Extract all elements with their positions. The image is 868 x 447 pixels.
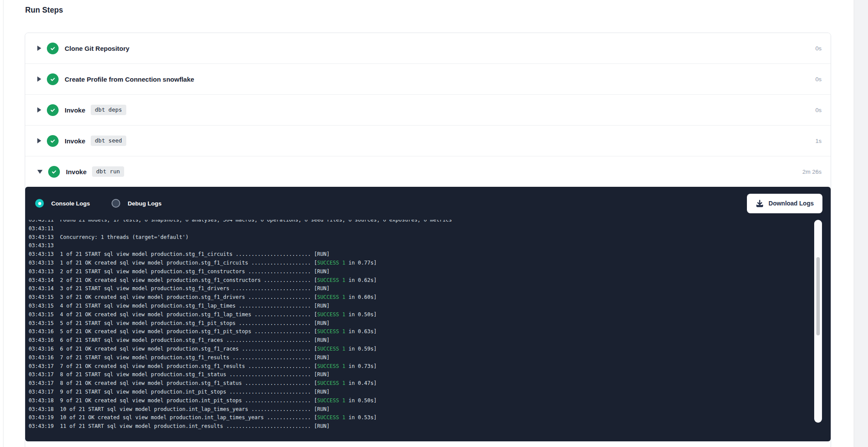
log-success-text: SUCCESS 1 xyxy=(317,397,345,404)
success-check-icon xyxy=(48,166,60,178)
log-success-text: SUCCESS 1 xyxy=(317,328,345,334)
step-duration: 2m 26s xyxy=(802,169,822,175)
success-check-icon xyxy=(47,135,59,147)
success-check-icon xyxy=(47,43,59,54)
log-line: 03:43:19 11 of 21 START sql view model p… xyxy=(29,422,815,431)
log-line: 03:43:16 7 of 21 START sql view model pr… xyxy=(29,354,815,362)
step-code-badge: dbt deps xyxy=(91,105,127,115)
step-row[interactable]: Invokedbt run2m 26s xyxy=(25,156,831,187)
log-success-text: SUCCESS 1 xyxy=(317,346,345,352)
log-line: 03:43:13 1 of 21 START sql view model pr… xyxy=(29,250,815,259)
log-content: 03:43:11 Found 21 models, 17 tests, 0 sn… xyxy=(29,220,815,431)
log-line: 03:43:17 9 of 21 START sql view model pr… xyxy=(29,388,815,397)
log-scrollbar-track[interactable] xyxy=(814,220,822,423)
log-line: 03:43:15 3 of 21 OK created sql view mod… xyxy=(29,293,815,302)
chevron-right-icon[interactable] xyxy=(37,138,41,143)
log-line: 03:43:13 1 of 21 OK created sql view mod… xyxy=(29,259,815,268)
chevron-right-icon[interactable] xyxy=(37,107,41,113)
log-viewport[interactable]: 03:43:11 Found 21 models, 17 tests, 0 sn… xyxy=(25,220,815,441)
log-line: 03:43:18 10 of 21 START sql view model p… xyxy=(29,405,815,414)
success-check-icon xyxy=(47,104,59,116)
step-row[interactable]: Invokedbt seed1s xyxy=(25,126,831,156)
debug-logs-radio[interactable]: Debug Logs xyxy=(112,199,161,208)
steps-container: Clone Git Repository0sCreate Profile fro… xyxy=(25,33,831,187)
log-line: 03:43:13 xyxy=(29,242,815,250)
chevron-right-icon[interactable] xyxy=(37,46,41,51)
run-steps-card: Clone Git Repository0sCreate Profile fro… xyxy=(25,33,831,447)
log-line: 03:43:16 6 of 21 START sql view model pr… xyxy=(29,336,815,345)
log-line: 03:43:18 9 of 21 OK created sql view mod… xyxy=(29,397,815,405)
console-logs-radio[interactable]: Console Logs xyxy=(35,199,90,208)
log-line: 03:43:13 Concurrency: 1 threads (target=… xyxy=(29,233,815,242)
step-label: Create Profile from Connection snowflake xyxy=(65,76,194,83)
step-row[interactable]: Create Profile from Connection snowflake… xyxy=(25,64,831,95)
step-code-badge: dbt run xyxy=(92,166,125,177)
log-success-text: SUCCESS 1 xyxy=(317,380,345,386)
step-label: Invoke xyxy=(65,106,85,114)
console-logs-label: Console Logs xyxy=(51,200,90,207)
log-line: 03:43:16 5 of 21 OK created sql view mod… xyxy=(29,328,815,336)
log-success-text: SUCCESS 1 xyxy=(317,363,345,369)
log-line: 03:43:16 6 of 21 OK created sql view mod… xyxy=(29,345,815,354)
run-steps-page: Run Steps Clone Git Repository0sCreate P… xyxy=(0,0,868,447)
step-label: Clone Git Repository xyxy=(65,45,129,52)
log-line: 03:43:11 xyxy=(29,225,815,233)
chevron-right-icon[interactable] xyxy=(37,76,41,82)
download-logs-button[interactable]: Download Logs xyxy=(747,194,822,213)
chevron-down-icon[interactable] xyxy=(37,170,43,174)
step-duration: 1s xyxy=(815,138,822,144)
debug-logs-label: Debug Logs xyxy=(128,200,161,207)
log-line: 03:43:17 8 of 21 OK created sql view mod… xyxy=(29,379,815,388)
page-title: Run Steps xyxy=(25,6,63,15)
console-panel: Console Logs Debug Logs Download Logs xyxy=(25,187,831,441)
log-line: 03:43:13 2 of 21 START sql view model pr… xyxy=(29,268,815,276)
log-line: 03:43:14 2 of 21 OK created sql view mod… xyxy=(29,276,815,285)
log-line: 03:43:15 4 of 21 OK created sql view mod… xyxy=(29,311,815,319)
step-duration: 0s xyxy=(815,76,822,83)
step-duration: 0s xyxy=(815,107,822,113)
console-header: Console Logs Debug Logs Download Logs xyxy=(25,187,831,211)
step-row[interactable]: Invokedbt deps0s xyxy=(25,95,831,126)
log-line: 03:43:17 8 of 21 START sql view model pr… xyxy=(29,371,815,379)
step-label: Invoke xyxy=(66,168,87,175)
log-type-radio-group: Console Logs Debug Logs xyxy=(35,199,161,208)
log-success-text: SUCCESS 1 xyxy=(317,277,345,283)
log-success-text: SUCCESS 1 xyxy=(317,260,345,266)
log-line: 03:43:19 10 of 21 OK created sql view mo… xyxy=(29,414,815,422)
log-line: 03:43:15 4 of 21 START sql view model pr… xyxy=(29,302,815,311)
log-line: 03:43:17 7 of 21 OK created sql view mod… xyxy=(29,362,815,371)
step-code-badge: dbt seed xyxy=(91,136,127,146)
page-right-gutter xyxy=(854,0,868,447)
log-line: 03:43:15 5 of 21 START sql view model pr… xyxy=(29,319,815,328)
step-label: Invoke xyxy=(65,137,85,145)
log-scrollbar-thumb[interactable] xyxy=(816,257,820,335)
success-check-icon xyxy=(47,73,59,85)
log-success-text: SUCCESS 1 xyxy=(317,414,345,421)
step-duration: 0s xyxy=(815,45,822,52)
log-line: 03:43:14 3 of 21 START sql view model pr… xyxy=(29,285,815,293)
log-success-text: SUCCESS 1 xyxy=(317,294,345,300)
radio-selected-icon[interactable] xyxy=(35,199,44,208)
radio-unselected-icon[interactable] xyxy=(112,199,120,208)
page-left-border xyxy=(3,0,3,447)
log-success-text: SUCCESS 1 xyxy=(317,311,345,318)
download-logs-label: Download Logs xyxy=(769,200,814,207)
step-row[interactable]: Clone Git Repository0s xyxy=(25,33,831,64)
download-icon xyxy=(756,199,764,208)
log-line: 03:43:11 Found 21 models, 17 tests, 0 sn… xyxy=(29,220,815,225)
